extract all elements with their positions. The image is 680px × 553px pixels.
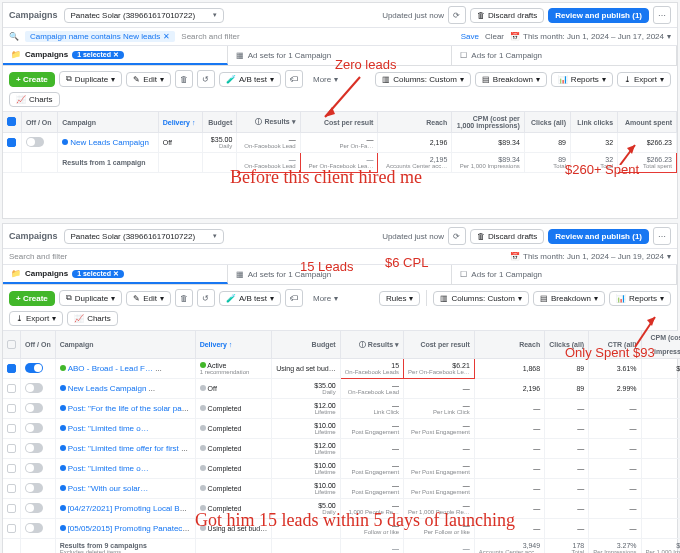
duplicate-button[interactable]: ⧉ Duplicate ▾	[59, 71, 122, 87]
campaign-link[interactable]: [05/05/2015] Promoting Panatec Solar	[68, 524, 196, 533]
tab-campaigns[interactable]: 📁 Campaigns 1 selected ✕	[3, 265, 228, 284]
columns-button[interactable]: ▥ Columns: Custom ▾	[375, 72, 471, 87]
toggle-switch[interactable]	[25, 443, 43, 453]
col-campaign[interactable]: Campaign	[55, 331, 195, 359]
review-publish-button[interactable]: Review and publish (1)	[548, 8, 649, 23]
tab-adsets[interactable]: ▦ Ad sets for 1 Campaign	[228, 46, 453, 65]
col-reach[interactable]: Reach	[474, 331, 544, 359]
charts-button[interactable]: 📈 Charts	[67, 311, 118, 326]
search-input[interactable]: Search and filter	[181, 32, 454, 41]
row-checkbox[interactable]	[7, 504, 16, 513]
campaign-link[interactable]: Post: "With our solar…	[68, 484, 149, 493]
review-publish-button[interactable]: Review and publish (1)	[548, 229, 649, 244]
col-cpr[interactable]: Cost per result	[404, 331, 475, 359]
row-checkbox[interactable]	[7, 364, 16, 373]
col-link-clicks[interactable]: Link clicks	[571, 112, 618, 133]
toggle-switch[interactable]	[25, 423, 43, 433]
row-checkbox[interactable]	[7, 444, 16, 453]
charts-button[interactable]: 📈 Charts	[9, 92, 60, 107]
refresh-icon[interactable]: ⟳	[448, 6, 466, 24]
save-filter-link[interactable]: Save	[461, 32, 479, 41]
search-input[interactable]: Search and filter	[9, 252, 504, 261]
date-range-picker[interactable]: 📅 This month: Jun 1, 2024 – Jun 17, 2024…	[510, 32, 671, 41]
toggle-switch[interactable]	[26, 137, 44, 147]
duplicate-button[interactable]: ⧉ Duplicate ▾	[59, 290, 122, 306]
campaign-link[interactable]: New Leads Campaign	[70, 138, 149, 147]
toggle-switch[interactable]	[25, 383, 43, 393]
toggle-switch[interactable]	[25, 503, 43, 513]
campaign-link[interactable]: Post: "Limited time o…	[68, 464, 149, 473]
discard-drafts-button[interactable]: 🗑 Discard drafts	[470, 229, 544, 244]
col-delivery[interactable]: Delivery ↑	[195, 331, 271, 359]
col-ctr[interactable]: CTR (all)	[589, 331, 641, 359]
col-cpr[interactable]: Cost per result	[300, 112, 378, 133]
breakdown-button[interactable]: ▤ Breakdown ▾	[475, 72, 547, 87]
row-action-icons[interactable]: ⧉ ✎ 📌 📊 …	[155, 365, 195, 373]
tab-campaigns[interactable]: 📁 Campaigns 1 selected ✕	[3, 46, 228, 65]
tag-icon[interactable]: 🏷	[285, 289, 303, 307]
ab-test-button[interactable]: 🧪 A/B test ▾	[219, 72, 281, 87]
col-cpm[interactable]: CPM (cost per 1,000 impressions)	[641, 331, 680, 359]
filter-pill[interactable]: Campaign name contains New leads ✕	[25, 31, 175, 42]
col-clicks[interactable]: Clicks (all)	[545, 331, 589, 359]
reports-button[interactable]: 📊 Reports ▾	[609, 291, 671, 306]
row-checkbox[interactable]	[7, 404, 16, 413]
col-clicks[interactable]: Clicks (all)	[524, 112, 570, 133]
tab-adsets[interactable]: ▦ Ad sets for 1 Campaign	[228, 265, 453, 284]
toggle-switch[interactable]	[25, 463, 43, 473]
col-results[interactable]: ⓘ Results ▾	[237, 112, 300, 133]
more-button[interactable]: More ▾	[307, 292, 344, 305]
more-icon[interactable]: ⋯	[653, 227, 671, 245]
campaign-link[interactable]: Post: "Limited time offer for first 50 c…	[68, 444, 196, 453]
clear-filter-link[interactable]: Clear	[485, 32, 504, 41]
rules-button[interactable]: Rules ▾	[379, 291, 420, 306]
edit-button[interactable]: ✎ Edit ▾	[126, 72, 171, 87]
col-delivery[interactable]: Delivery ↑	[158, 112, 202, 133]
campaign-link[interactable]: Post: "Limited time o…	[68, 424, 149, 433]
row-checkbox[interactable]	[7, 524, 16, 533]
breakdown-button[interactable]: ▤ Breakdown ▾	[533, 291, 605, 306]
col-cpm[interactable]: CPM (cost per 1,000 impressions)	[452, 112, 524, 133]
campaign-link[interactable]: [04/27/2021] Promoting Local Business Pa…	[68, 504, 196, 513]
col-reach[interactable]: Reach	[378, 112, 452, 133]
table-row[interactable]: Post: "With our solar… Completed $10.00L…	[3, 479, 680, 499]
col-budget[interactable]: Budget	[272, 331, 341, 359]
col-checkbox[interactable]	[3, 112, 21, 133]
toggle-switch[interactable]	[25, 483, 43, 493]
table-row[interactable]: Post: "Limited time offer for first 50 c…	[3, 439, 680, 459]
table-row[interactable]: Post: "For the life of the solar panels,…	[3, 399, 680, 419]
tab-ads[interactable]: ☐ Ads for 1 Campaign	[452, 265, 677, 284]
tab-ads[interactable]: ☐ Ads for 1 Campaign	[452, 46, 677, 65]
col-results[interactable]: ⓘ Results ▾	[340, 331, 403, 359]
ab-test-button[interactable]: 🧪 A/B test ▾	[219, 291, 281, 306]
more-icon[interactable]: ⋯	[653, 6, 671, 24]
campaign-link[interactable]: New Leads Campaign	[68, 384, 147, 393]
toggle-switch[interactable]	[25, 363, 43, 373]
delete-icon[interactable]: 🗑	[175, 70, 193, 88]
table-row[interactable]: New Leads Campaign ⧉ ✎ 📌 📊 … Off $35.00D…	[3, 379, 680, 399]
export-button[interactable]: ⤓ Export ▾	[617, 72, 671, 87]
row-checkbox[interactable]	[7, 384, 16, 393]
col-budget[interactable]: Budget	[202, 112, 237, 133]
row-action-icons[interactable]: ⧉ ✎ 📌 📊 …	[148, 385, 192, 393]
row-checkbox[interactable]	[7, 138, 16, 147]
table-row[interactable]: [04/27/2021] Promoting Local Business Pa…	[3, 499, 680, 519]
row-checkbox[interactable]	[7, 464, 16, 473]
more-button[interactable]: More ▾	[307, 73, 344, 86]
campaign-link[interactable]: ABO - Broad - Lead F…	[68, 364, 153, 373]
col-checkbox[interactable]	[3, 331, 21, 359]
col-campaign[interactable]: Campaign	[58, 112, 158, 133]
revert-icon[interactable]: ↺	[197, 70, 215, 88]
create-button[interactable]: + Create	[9, 72, 55, 87]
date-range-picker[interactable]: 📅 This month: Jun 1, 2024 – Jun 19, 2024…	[510, 252, 671, 261]
table-row[interactable]: Post: "Limited time o… Completed $10.00L…	[3, 419, 680, 439]
row-checkbox[interactable]	[7, 424, 16, 433]
table-row[interactable]: [05/05/2015] Promoting Panatec Solar Usi…	[3, 519, 680, 539]
reports-button[interactable]: 📊 Reports ▾	[551, 72, 613, 87]
delete-icon[interactable]: 🗑	[175, 289, 193, 307]
table-row[interactable]: Post: "Limited time o… Completed $10.00L…	[3, 459, 680, 479]
account-selector[interactable]: Panatec Solar (389661617010722) ▾	[64, 8, 224, 23]
col-off-on[interactable]: Off / On	[21, 112, 57, 133]
revert-icon[interactable]: ↺	[197, 289, 215, 307]
col-amount[interactable]: Amount spent	[618, 112, 677, 133]
